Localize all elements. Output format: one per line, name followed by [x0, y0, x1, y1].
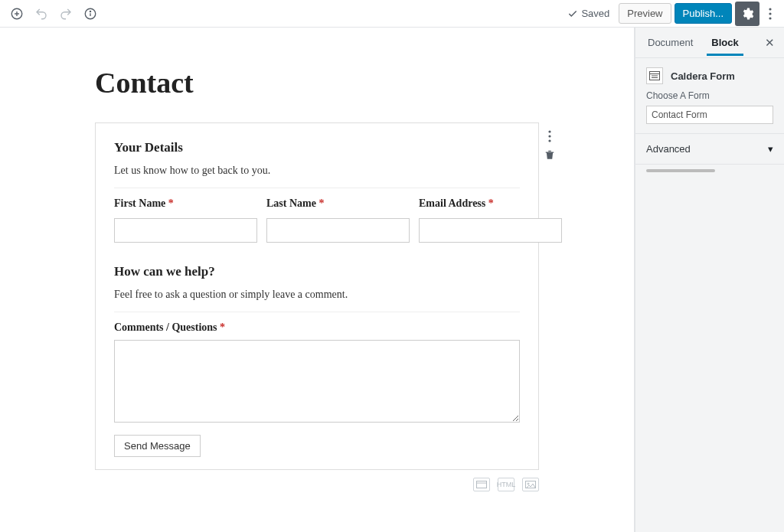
- svg-point-5: [90, 11, 90, 11]
- redo-button[interactable]: [55, 3, 77, 24]
- svg-point-11: [548, 139, 550, 142]
- svg-point-15: [528, 483, 529, 485]
- main-area: Contact Your Details Let us know how to …: [0, 28, 784, 532]
- section-heading-details: Your Details: [114, 140, 520, 155]
- settings-toggle-button[interactable]: [735, 2, 760, 26]
- advanced-panel-toggle[interactable]: Advanced ▾: [635, 133, 784, 165]
- chevron-down-icon: ▾: [768, 143, 773, 155]
- topbar-left: [6, 3, 101, 24]
- more-menu-button[interactable]: [763, 8, 778, 20]
- saved-status: Saved: [567, 8, 609, 19]
- add-block-button[interactable]: [6, 3, 28, 24]
- tab-document[interactable]: Document: [639, 30, 702, 55]
- svg-point-6: [769, 8, 771, 10]
- required-marker: *: [168, 197, 174, 209]
- page-title[interactable]: Contact: [95, 66, 539, 100]
- svg-point-9: [548, 130, 550, 132]
- editor-content: Contact Your Details Let us know how to …: [72, 66, 562, 491]
- section-desc-details: Let us know how to get back to you.: [114, 165, 520, 188]
- tab-block[interactable]: Block: [702, 30, 747, 55]
- form-block-content: Your Details Let us know how to get back…: [95, 122, 539, 470]
- choose-form-label: Choose A Form: [635, 89, 784, 106]
- block-side-controls: [542, 129, 557, 162]
- email-label: Email Address *: [419, 197, 562, 210]
- comments-textarea[interactable]: [114, 340, 520, 423]
- svg-point-10: [548, 135, 550, 137]
- image-mode-icon[interactable]: [522, 478, 539, 491]
- block-footer-tools: HTML: [95, 478, 539, 491]
- comments-label-text: Comments / Questions: [114, 321, 217, 333]
- caldera-form-block[interactable]: Your Details Let us know how to get back…: [95, 122, 539, 491]
- required-marker: *: [318, 197, 324, 209]
- svg-rect-12: [477, 481, 487, 488]
- comments-label: Comments / Questions *: [114, 321, 520, 334]
- first-name-field-group: First Name *: [114, 197, 257, 243]
- saved-label: Saved: [581, 8, 609, 19]
- last-name-label: Last Name *: [266, 197, 410, 210]
- svg-point-8: [769, 17, 771, 19]
- first-name-input[interactable]: [114, 218, 257, 243]
- html-mode-icon[interactable]: HTML: [498, 478, 514, 491]
- preview-button[interactable]: Preview: [619, 3, 671, 24]
- send-message-button[interactable]: Send Message: [114, 435, 201, 457]
- block-options-button[interactable]: [542, 129, 557, 144]
- first-name-label-text: First Name: [114, 197, 165, 209]
- email-field-group: Email Address *: [419, 197, 562, 243]
- visual-mode-icon[interactable]: [473, 478, 490, 491]
- block-delete-button[interactable]: [542, 147, 557, 162]
- last-name-label-text: Last Name: [266, 197, 316, 209]
- last-name-field-group: Last Name *: [266, 197, 410, 243]
- publish-button[interactable]: Publish...: [675, 3, 732, 24]
- editor-topbar: Saved Preview Publish...: [0, 0, 784, 28]
- required-marker: *: [220, 321, 225, 333]
- undo-button[interactable]: [31, 3, 52, 24]
- last-name-input[interactable]: [266, 218, 410, 243]
- scrollbar-thumb[interactable]: [646, 169, 715, 172]
- form-row-names: First Name * Last Name *: [114, 197, 520, 243]
- first-name-label: First Name *: [114, 197, 257, 210]
- email-label-text: Email Address: [419, 197, 485, 209]
- selected-form-value: Contact Form: [652, 109, 707, 120]
- topbar-right: Saved Preview Publish...: [567, 2, 778, 26]
- section-desc-help: Feel free to ask a question or simply le…: [114, 289, 520, 312]
- block-type-name: Caldera Form: [671, 70, 735, 82]
- advanced-label: Advanced: [646, 143, 691, 155]
- block-header: Caldera Form: [635, 58, 784, 89]
- section-heading-help: How can we help?: [114, 264, 520, 279]
- svg-point-7: [769, 12, 771, 15]
- form-select-dropdown[interactable]: Contact Form: [646, 106, 773, 124]
- caldera-form-icon: [646, 67, 663, 84]
- email-input[interactable]: [419, 218, 562, 243]
- editor-canvas: Contact Your Details Let us know how to …: [0, 28, 635, 532]
- required-marker: *: [488, 197, 494, 209]
- settings-sidebar: Document Block ✕ Caldera Form Choose A F…: [635, 28, 784, 532]
- info-button[interactable]: [80, 3, 101, 24]
- sidebar-close-button[interactable]: ✕: [759, 36, 781, 50]
- sidebar-tabs: Document Block ✕: [635, 28, 784, 58]
